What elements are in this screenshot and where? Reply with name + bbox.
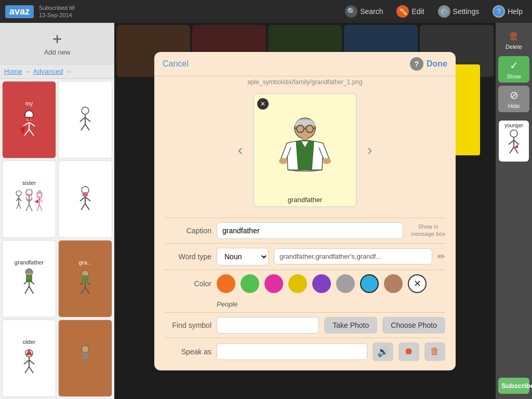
edit-icon: ✏️: [396, 5, 409, 18]
prev-symbol-button[interactable]: ‹: [233, 137, 248, 164]
svg-rect-56: [82, 275, 88, 283]
sidebar-item-2[interactable]: [58, 81, 112, 158]
symbol-area: ‹ ✕: [154, 88, 456, 212]
svg-text:SLC: SLC: [25, 118, 33, 122]
help-icon: ?: [493, 5, 505, 18]
svg-line-13: [81, 124, 85, 130]
svg-marker-8: [20, 125, 25, 135]
sidebar-item-older[interactable]: older: [2, 320, 56, 397]
color-green[interactable]: [241, 274, 259, 293]
color-blue[interactable]: [360, 274, 379, 293]
color-label: Color: [165, 280, 211, 288]
modal-cancel-button[interactable]: Cancel: [163, 59, 189, 69]
svg-rect-41: [83, 192, 88, 196]
sidebar-item-8[interactable]: [58, 320, 112, 397]
svg-line-61: [25, 367, 29, 373]
word-type-label: Word type: [165, 252, 211, 261]
svg-point-15: [16, 191, 21, 196]
close-symbol-button[interactable]: ✕: [257, 98, 269, 110]
breadcrumb-arrow2: →: [65, 68, 72, 75]
selected-color-label: People: [165, 300, 237, 308]
svg-point-9: [82, 107, 89, 114]
svg-line-80: [510, 147, 514, 153]
word-tags-input[interactable]: [274, 248, 432, 264]
symbol-box: ✕: [253, 93, 357, 207]
form-area: Caption Show inmessage box Word type Nou…: [154, 212, 456, 370]
svg-line-19: [17, 204, 19, 209]
color-pink[interactable]: [264, 274, 283, 293]
speak-as-input[interactable]: [217, 343, 367, 360]
color-brown[interactable]: [384, 274, 403, 293]
subscription-text: Subscribed till 13-Sep-2014: [39, 4, 74, 19]
sidebar-item-grandfather[interactable]: grandfather: [2, 240, 56, 317]
plus-icon: +: [52, 31, 62, 47]
svg-line-3: [29, 122, 35, 126]
svg-line-29: [39, 199, 43, 202]
delete-label: Delete: [506, 44, 522, 50]
svg-line-37: [80, 197, 85, 201]
caption-input[interactable]: [217, 222, 403, 239]
svg-line-5: [29, 129, 34, 136]
search-button[interactable]: 🔍 Search: [341, 3, 387, 20]
settings-button[interactable]: ⚙️ Settings: [434, 3, 484, 20]
sidebar-grid: my SLC: [0, 79, 114, 399]
svg-line-48: [25, 286, 29, 294]
sidebar-younger-cell: younger: [499, 121, 529, 162]
speak-play-button[interactable]: 🔊: [373, 342, 393, 361]
modal-overlay: Very clean,very intuitive3/3 stars- Jane…: [114, 23, 496, 399]
breadcrumb-advanced[interactable]: Advanced: [33, 68, 63, 75]
add-new-label: Add new: [44, 48, 71, 56]
settings-icon: ⚙️: [438, 5, 450, 18]
sidebar-item-gra[interactable]: gra...: [58, 240, 112, 317]
choose-photo-button[interactable]: Choose Photo: [382, 317, 445, 334]
edit-button[interactable]: ✏️ Edit: [392, 3, 428, 20]
breadcrumb-home[interactable]: Home: [4, 68, 22, 75]
modal-header: Cancel ? Done: [154, 52, 456, 76]
take-photo-button[interactable]: Take Photo: [324, 317, 377, 334]
svg-point-64: [82, 345, 89, 353]
svg-line-60: [29, 360, 34, 364]
color-yellow[interactable]: [288, 274, 307, 293]
show-button[interactable]: ✓ Show: [498, 56, 529, 83]
cell-img-my: SLC: [14, 108, 45, 139]
svg-point-74: [323, 158, 331, 164]
center-area: Very clean,very intuitive3/3 stars- Jane…: [114, 23, 496, 399]
sidebar: + Add new Home → Advanced → my: [0, 23, 114, 399]
edit-tags-icon[interactable]: ✏: [437, 251, 445, 262]
speak-record-button[interactable]: ⏺: [398, 342, 419, 361]
color-purple[interactable]: [312, 274, 331, 293]
svg-line-11: [80, 117, 85, 122]
delete-icon: 🗑: [509, 30, 519, 42]
color-orange[interactable]: [217, 274, 235, 293]
hide-button[interactable]: ⊘ Hide: [498, 86, 529, 112]
svg-rect-45: [26, 275, 32, 282]
color-gray[interactable]: [336, 274, 355, 293]
word-type-select[interactable]: Noun Verb Adjective Pronoun Other: [217, 248, 269, 265]
younger-label: younger: [504, 123, 523, 128]
svg-line-24: [29, 205, 32, 211]
find-symbol-label: Find symbol: [165, 321, 211, 329]
speak-as-row: Speak as 🔊 ⏺ 🗑: [165, 338, 445, 365]
color-none[interactable]: ✕: [408, 274, 427, 293]
sidebar-item-sister[interactable]: sister: [2, 161, 56, 238]
modal-done-button[interactable]: Done: [427, 59, 447, 69]
svg-line-14: [85, 124, 89, 130]
svg-line-30: [37, 205, 39, 211]
delete-button[interactable]: 🗑 Delete: [498, 27, 529, 53]
help-button[interactable]: ? Help: [488, 3, 527, 20]
cell-img-4: [70, 184, 101, 215]
subscribe-button[interactable]: Subscribe!: [498, 378, 529, 394]
svg-line-12: [85, 117, 90, 122]
cell-label-older: older: [23, 339, 35, 345]
breadcrumb-arrow1: →: [24, 68, 31, 75]
add-new-button[interactable]: + Add new: [0, 23, 114, 64]
svg-marker-63: [25, 349, 33, 355]
cell-label-my: my: [25, 100, 33, 107]
svg-line-38: [85, 197, 90, 201]
next-symbol-button[interactable]: ›: [362, 137, 377, 164]
svg-line-20: [19, 204, 21, 209]
find-symbol-input[interactable]: [217, 317, 319, 334]
sidebar-item-my[interactable]: my SLC: [2, 81, 56, 158]
sidebar-item-4[interactable]: [58, 161, 112, 238]
speak-delete-button[interactable]: 🗑: [424, 342, 445, 361]
